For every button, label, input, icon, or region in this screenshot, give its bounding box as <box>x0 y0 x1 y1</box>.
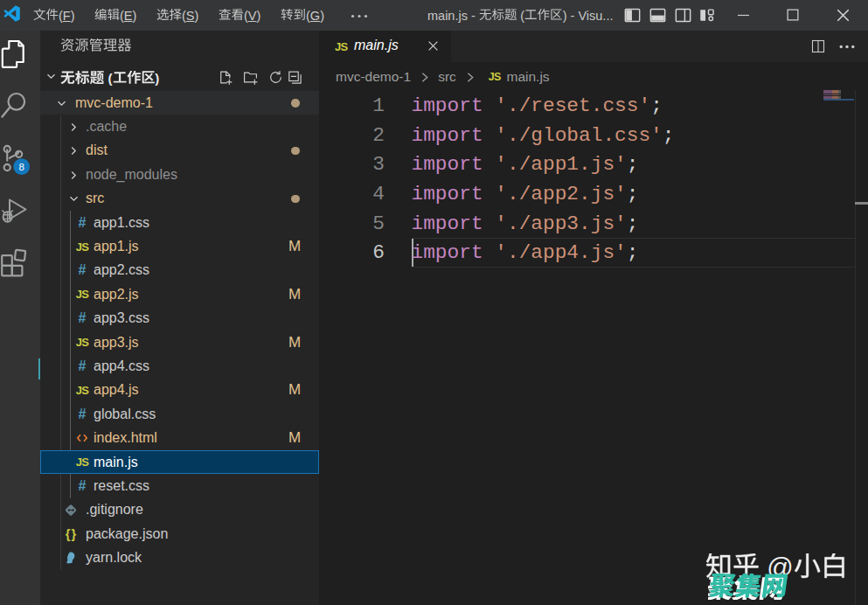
svg-text:8: 8 <box>18 162 24 172</box>
